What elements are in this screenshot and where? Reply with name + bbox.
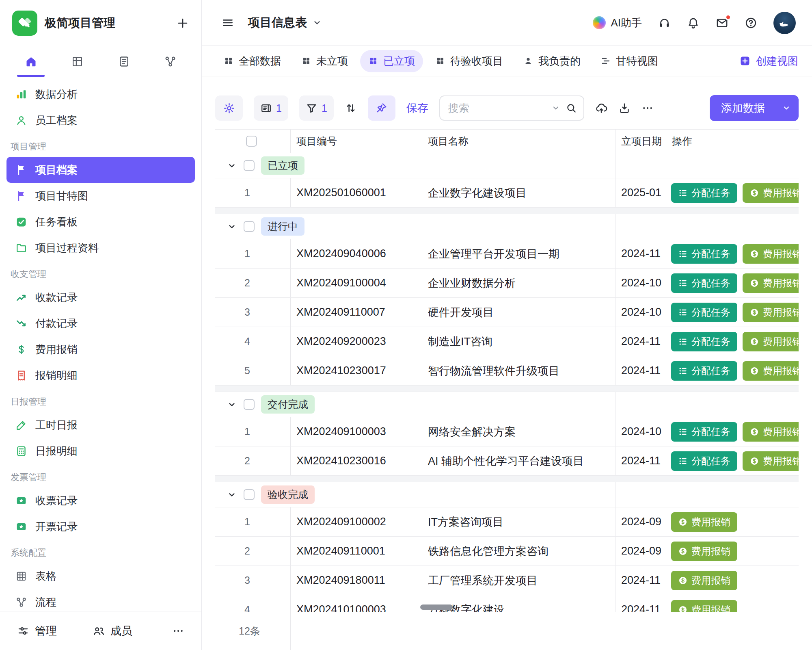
expense-reimburse-button[interactable]: 费用报销 bbox=[743, 361, 799, 381]
sidebar-tab-home[interactable] bbox=[15, 46, 47, 77]
table-row[interactable]: 1XM202501060001企业数字化建设项目2025-01分配任务费用报销 bbox=[215, 178, 799, 208]
assign-task-button[interactable]: 分配任务 bbox=[671, 273, 737, 293]
view-tab-my-responsibility[interactable]: 我负责的 bbox=[515, 50, 589, 72]
sidebar-more-icon[interactable] bbox=[172, 625, 184, 637]
add-workspace-button[interactable] bbox=[176, 17, 189, 30]
sidebar-item-daily-report-details[interactable]: 日报明细 bbox=[6, 438, 195, 464]
expense-reimburse-button[interactable]: 费用报销 bbox=[671, 542, 737, 561]
table-row[interactable]: 1XM202409100003网络安全解决方案2024-10分配任务费用报销 bbox=[215, 417, 799, 446]
expense-reimburse-button[interactable]: 费用报销 bbox=[743, 422, 799, 442]
expense-reimburse-button[interactable]: 费用报销 bbox=[743, 273, 799, 293]
column-header-project-name[interactable]: 项目名称 bbox=[422, 130, 615, 153]
expense-reimburse-button[interactable]: 费用报销 bbox=[743, 451, 799, 471]
sidebar-tab-form[interactable] bbox=[108, 46, 140, 77]
import-upload-icon[interactable] bbox=[595, 102, 607, 114]
search-scope-chevron-icon[interactable] bbox=[551, 103, 561, 113]
horizontal-scrollbar-thumb[interactable] bbox=[420, 604, 453, 610]
sidebar-tab-table[interactable] bbox=[61, 46, 94, 77]
project-name-cell: 制造业IT咨询 bbox=[422, 327, 615, 356]
sidebar-item-reimbursement-details[interactable]: 报销明细 bbox=[6, 362, 195, 388]
search-icon[interactable] bbox=[566, 102, 577, 114]
sidebar-item-payment-records[interactable]: 付款记录 bbox=[6, 310, 195, 336]
create-view-button[interactable]: 创建视图 bbox=[739, 54, 798, 68]
table-row[interactable]: 4XM202409200023制造业IT咨询2024-11分配任务费用报销 bbox=[215, 327, 799, 356]
assign-task-button[interactable]: 分配任务 bbox=[671, 332, 737, 351]
export-download-icon[interactable] bbox=[618, 102, 631, 114]
table-row[interactable]: 1XM202409040006企业管理平台开发项目一期2024-11分配任务费用… bbox=[215, 239, 799, 269]
sidebar-footer-manage[interactable]: 管理 bbox=[17, 624, 57, 638]
hamburger-menu-icon[interactable] bbox=[221, 16, 234, 29]
view-settings-gear-button[interactable] bbox=[215, 95, 243, 121]
view-tab-initiated[interactable]: 已立项 bbox=[360, 50, 423, 72]
assign-task-button[interactable]: 分配任务 bbox=[671, 361, 737, 381]
pin-view-button[interactable] bbox=[368, 95, 395, 121]
sort-button[interactable] bbox=[345, 102, 357, 114]
group-select-checkbox[interactable] bbox=[244, 160, 255, 171]
user-avatar[interactable] bbox=[773, 12, 796, 34]
assign-task-button[interactable]: 分配任务 bbox=[671, 244, 737, 264]
table-row[interactable]: 3XM202409180011工厂管理系统开发项目2024-11费用报销 bbox=[215, 566, 799, 595]
title-chevron-down-icon[interactable] bbox=[312, 17, 322, 28]
assign-task-button[interactable]: 分配任务 bbox=[671, 183, 737, 203]
view-tab-gantt-view[interactable]: 甘特视图 bbox=[593, 50, 666, 72]
sidebar-item-expense-reimbursement[interactable]: 费用报销 bbox=[6, 336, 195, 362]
assign-task-button[interactable]: 分配任务 bbox=[671, 303, 737, 322]
table-row[interactable]: 2XM202409100004企业业财数据分析2024-10分配任务费用报销 bbox=[215, 269, 799, 298]
inbox-mail-button[interactable] bbox=[716, 17, 728, 29]
table-row[interactable]: 4XM202410100003万科数字化建设2024-11费用报销 bbox=[215, 595, 799, 612]
filter-button[interactable]: 1 bbox=[299, 95, 334, 121]
field-config-button[interactable]: 1 bbox=[254, 95, 288, 121]
folder-icon bbox=[15, 242, 27, 254]
add-data-button[interactable]: 添加数据 bbox=[710, 95, 799, 121]
assign-task-button[interactable]: 分配任务 bbox=[671, 422, 737, 442]
sidebar-item-invoice-issued[interactable]: 开票记录 bbox=[6, 514, 195, 540]
table-row[interactable]: 2XM202409110001铁路信息化管理方案咨询2024-09费用报销 bbox=[215, 537, 799, 566]
expense-reimburse-button[interactable]: 费用报销 bbox=[671, 600, 737, 612]
group-select-checkbox[interactable] bbox=[244, 489, 255, 500]
expense-reimburse-button[interactable]: 费用报销 bbox=[743, 183, 799, 203]
sidebar-item-work-hours-daily[interactable]: 工时日报 bbox=[6, 412, 195, 438]
group-select-checkbox[interactable] bbox=[244, 399, 255, 410]
column-header-actions[interactable]: 操作 bbox=[666, 130, 799, 153]
table-icon bbox=[71, 55, 84, 68]
view-tab-pending-acceptance[interactable]: 待验收项目 bbox=[427, 50, 511, 72]
ai-assistant-button[interactable]: AI助手 bbox=[593, 16, 642, 30]
expense-reimburse-button[interactable]: 费用报销 bbox=[743, 244, 799, 264]
group-select-checkbox[interactable] bbox=[244, 221, 255, 232]
column-header-project-code[interactable]: 项目编号 bbox=[291, 130, 422, 153]
sidebar-item-invoice-received[interactable]: 收票记录 bbox=[6, 488, 195, 514]
sidebar-tab-workflow[interactable] bbox=[154, 46, 187, 77]
sidebar-item-collection-records[interactable]: 收款记录 bbox=[6, 284, 195, 310]
sidebar-item-project-gantt[interactable]: 项目甘特图 bbox=[6, 183, 195, 209]
sidebar-item-project-archive[interactable]: 项目档案 bbox=[6, 157, 195, 183]
column-header-start-date[interactable]: 立项日期 bbox=[615, 130, 666, 153]
expense-reimburse-button[interactable]: 费用报销 bbox=[671, 512, 737, 532]
sidebar-item-data-analysis[interactable]: 数据分析 bbox=[6, 81, 195, 107]
sidebar-item-employee-files[interactable]: 员工档案 bbox=[6, 107, 195, 133]
support-headset-icon[interactable] bbox=[658, 17, 671, 29]
table-row[interactable]: 2XM202410230016AI 辅助个性化学习平台建设项目2024-11分配… bbox=[215, 446, 799, 476]
sidebar-item-task-board[interactable]: 任务看板 bbox=[6, 209, 195, 235]
search-input[interactable] bbox=[448, 102, 546, 115]
table-row[interactable]: 3XM202409110007硬件开发项目2024-10分配任务费用报销 bbox=[215, 298, 799, 327]
sidebar-item-tables[interactable]: 表格 bbox=[6, 563, 195, 589]
add-data-chevron-icon[interactable] bbox=[782, 103, 791, 113]
save-view-button[interactable]: 保存 bbox=[406, 101, 428, 115]
table-row[interactable]: 5XM202410230017智行物流管理软件升级项目2024-11分配任务费用… bbox=[215, 356, 799, 386]
assign-icon bbox=[678, 427, 688, 437]
view-tab-not-initiated[interactable]: 未立项 bbox=[293, 50, 356, 72]
select-all-checkbox[interactable] bbox=[246, 136, 257, 147]
notifications-bell-icon[interactable] bbox=[687, 17, 700, 29]
search-box[interactable] bbox=[439, 95, 584, 121]
expense-reimburse-button[interactable]: 费用报销 bbox=[671, 571, 737, 590]
sidebar-item-project-process-docs[interactable]: 项目过程资料 bbox=[6, 235, 195, 261]
sidebar-footer-members[interactable]: 成员 bbox=[93, 624, 132, 638]
sidebar-item-workflow[interactable]: 流程 bbox=[6, 589, 195, 611]
assign-task-button[interactable]: 分配任务 bbox=[671, 451, 737, 471]
expense-reimburse-button[interactable]: 费用报销 bbox=[743, 303, 799, 322]
view-tab-all-data[interactable]: 全部数据 bbox=[216, 50, 289, 72]
more-actions-icon[interactable] bbox=[641, 102, 654, 114]
help-icon[interactable] bbox=[745, 17, 757, 29]
table-row[interactable]: 1XM202409100002IT方案咨询项目2024-09费用报销 bbox=[215, 507, 799, 537]
expense-reimburse-button[interactable]: 费用报销 bbox=[743, 332, 799, 351]
